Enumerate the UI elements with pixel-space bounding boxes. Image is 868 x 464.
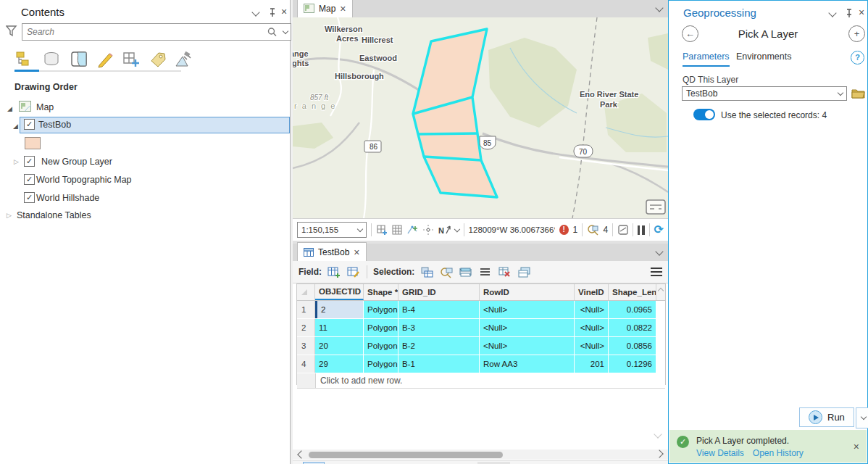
- tab-parameters[interactable]: Parameters: [683, 51, 730, 67]
- grid-icon[interactable]: [391, 224, 402, 236]
- selected-features-count: 4: [604, 225, 609, 235]
- tab-environments[interactable]: Environments: [736, 51, 791, 65]
- table-row[interactable]: 4 29 Polygon B-1 Row AA3 201 0.1296: [297, 355, 665, 373]
- copy-rows-icon[interactable]: [517, 266, 531, 278]
- search-options-chevron-icon[interactable]: [283, 28, 288, 33]
- tree-item-hillshade-label[interactable]: World Hillshade: [36, 193, 99, 203]
- snap-crosshair-icon[interactable]: [422, 224, 433, 236]
- hscroll-left-icon[interactable]: [297, 450, 305, 458]
- col-header-vineid[interactable]: VineID: [575, 284, 609, 300]
- map-canvas[interactable]: Wilkerson Acres Hillcrest Eastwood Hills…: [293, 17, 668, 218]
- contents-close-icon[interactable]: ×: [281, 7, 287, 17]
- list-by-editing-icon[interactable]: [96, 51, 115, 68]
- search-icon[interactable]: [267, 27, 277, 38]
- run-button[interactable]: Run: [799, 407, 854, 427]
- notification-close-icon[interactable]: ×: [854, 442, 859, 452]
- table-scroll-up-icon[interactable]: [658, 288, 664, 294]
- contents-collapse-icon[interactable]: [251, 8, 259, 16]
- center-column: Map ×: [293, 0, 668, 464]
- row-selector-header[interactable]: [297, 284, 315, 300]
- view-details-link[interactable]: View Details: [696, 448, 744, 458]
- pause-drawing-icon[interactable]: [638, 225, 645, 235]
- use-selected-toggle[interactable]: [693, 109, 715, 120]
- select-tool-icon[interactable]: [617, 224, 628, 236]
- toggle-label: Use the selected records: 4: [721, 110, 827, 120]
- col-header-gridid[interactable]: GRID_ID: [398, 284, 480, 300]
- add-field-icon[interactable]: [327, 266, 341, 278]
- map-tabstrip-chevron-icon[interactable]: [655, 4, 663, 12]
- table-menu-icon[interactable]: [651, 268, 662, 276]
- add-to-map-icon[interactable]: [122, 51, 142, 68]
- calculate-field-icon[interactable]: [347, 266, 361, 278]
- label-hillsborough: Hillsborough: [335, 72, 384, 80]
- hscroll-right-icon[interactable]: [655, 450, 663, 457]
- switch-selection-icon[interactable]: [459, 266, 473, 278]
- hillshade-checkbox[interactable]: ✓: [24, 192, 35, 203]
- warning-icon[interactable]: !: [559, 225, 569, 235]
- sketch-icon[interactable]: [406, 224, 418, 236]
- pin-icon[interactable]: [267, 7, 277, 17]
- list-by-selection-icon[interactable]: [70, 51, 88, 68]
- add-new-row[interactable]: Click to add new row.: [297, 373, 665, 389]
- labeling-icon[interactable]: [149, 51, 167, 68]
- run-label: Run: [827, 412, 845, 423]
- map-expander-icon[interactable]: ◢: [7, 103, 12, 113]
- selection-zoom-icon[interactable]: [587, 224, 598, 236]
- tree-item-group-label[interactable]: New Group Layer: [41, 157, 112, 167]
- geo-collapse-icon[interactable]: [828, 9, 836, 17]
- refresh-icon[interactable]: ⟳: [654, 224, 664, 236]
- clear-selection-icon[interactable]: [498, 266, 512, 278]
- group-checkbox[interactable]: ✓: [24, 156, 35, 167]
- tree-item-map[interactable]: Map: [36, 102, 54, 112]
- select-all-icon[interactable]: [479, 266, 492, 278]
- scale-combo[interactable]: 1:150,155: [297, 222, 367, 238]
- charts-icon[interactable]: [174, 51, 194, 68]
- svg-text:70: 70: [579, 148, 588, 156]
- hscroll-thumb[interactable]: [309, 452, 503, 458]
- tree-item-topo-label[interactable]: World Topographic Map: [36, 175, 132, 185]
- layer-combo[interactable]: TestBob: [682, 86, 847, 101]
- map-tab[interactable]: Map ×: [297, 0, 353, 17]
- col-header-shapeleng[interactable]: Shape_Leng: [609, 284, 656, 300]
- table-tabstrip-chevron-icon[interactable]: [655, 247, 663, 255]
- list-by-data-source-icon[interactable]: [42, 51, 61, 68]
- select-by-attributes-icon[interactable]: [420, 266, 434, 278]
- table-row[interactable]: 2 11 Polygon B-3 <Null> <Null> 0.0822: [297, 319, 665, 337]
- help-icon[interactable]: ?: [851, 51, 864, 65]
- table-header-row: OBJECTID * Shape * GRID_ID RowID VineID …: [297, 284, 665, 301]
- table-row[interactable]: 1 2 Polygon B-4 <Null> <Null> 0.0965: [297, 301, 665, 319]
- add-feature-icon[interactable]: [376, 224, 388, 236]
- testbob-symbol-swatch[interactable]: [25, 137, 41, 149]
- testbob-table-tab[interactable]: TestBob ×: [297, 242, 367, 261]
- map-overflow-icon[interactable]: [646, 200, 665, 214]
- table-hscrollbar[interactable]: [293, 450, 668, 460]
- table-tab-close-icon[interactable]: ×: [354, 247, 359, 257]
- browse-folder-icon[interactable]: [851, 87, 865, 99]
- col-header-objectid[interactable]: OBJECTID *: [315, 284, 364, 300]
- col-header-rowid[interactable]: RowID: [480, 284, 575, 300]
- add-row-hint[interactable]: Click to add new row.: [316, 373, 402, 388]
- testbob-expander-icon[interactable]: ◢: [13, 120, 18, 130]
- tree-item-testbob-label[interactable]: TestBob: [38, 120, 71, 130]
- table-scroll-down-icon[interactable]: [654, 430, 662, 438]
- add-tool-icon[interactable]: +: [848, 25, 865, 42]
- geo-pin-icon[interactable]: [844, 8, 854, 18]
- standalone-expander-icon[interactable]: ▷: [7, 212, 12, 219]
- active-cell[interactable]: 2: [315, 301, 364, 318]
- zoom-to-selection-icon[interactable]: [440, 266, 454, 278]
- geo-close-icon[interactable]: ×: [859, 7, 864, 17]
- topo-checkbox[interactable]: ✓: [24, 174, 35, 185]
- col-header-shape[interactable]: Shape *: [364, 284, 398, 300]
- filter-icon[interactable]: [6, 25, 17, 38]
- north-arrow-icon[interactable]: N: [438, 224, 451, 236]
- testbob-checkbox[interactable]: ✓: [24, 119, 35, 130]
- table-row[interactable]: 3 20 Polygon B-2 <Null> <Null> 0.0856: [297, 337, 665, 355]
- search-input[interactable]: [25, 26, 267, 38]
- tree-item-standalone-label[interactable]: Standalone Tables: [17, 210, 91, 220]
- group-expander-icon[interactable]: ▷: [14, 159, 19, 165]
- run-options-chevron-icon[interactable]: [856, 407, 868, 428]
- list-by-drawing-order-icon[interactable]: [14, 51, 33, 68]
- north-chevron-icon[interactable]: [454, 225, 460, 231]
- map-tab-close-icon[interactable]: ×: [340, 4, 346, 14]
- open-history-link[interactable]: Open History: [753, 448, 804, 458]
